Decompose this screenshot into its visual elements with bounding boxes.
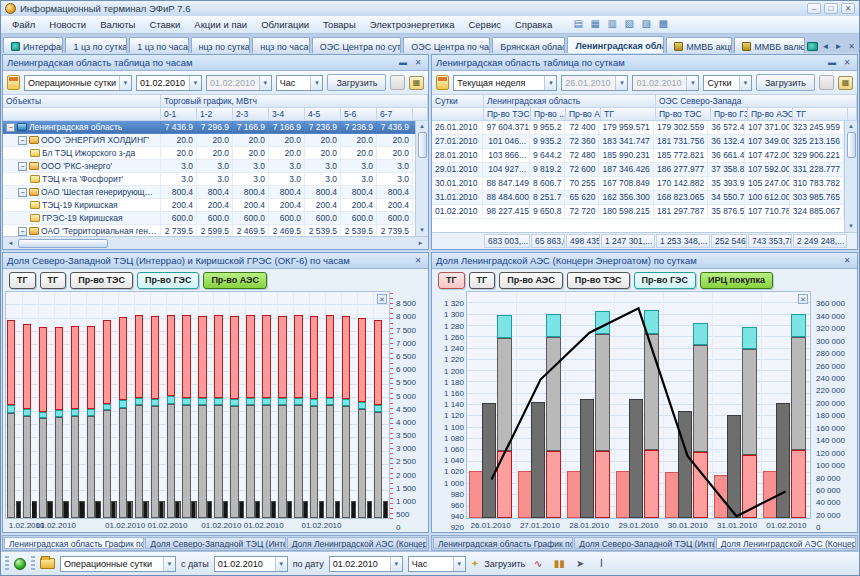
table-row[interactable]: 01.02.201098 227.4159 650.872 720180 598… xyxy=(432,205,844,219)
hour-col-header[interactable]: 6-7 xyxy=(377,108,413,121)
menu-item-Файл[interactable]: Файл xyxy=(5,17,42,32)
legend-button-ТГ[interactable]: ТГ xyxy=(438,272,465,289)
sub-col-header[interactable]: Пр-во ГЭС xyxy=(711,108,748,121)
expander-icon[interactable]: − xyxy=(6,123,15,132)
sub-col-header[interactable]: ТГ xyxy=(601,108,656,121)
bottom-tab[interactable]: Доля Ленинградской АЭС (Концерн ... xyxy=(287,537,427,549)
menu-item-Акции и паи[interactable]: Акции и паи xyxy=(187,17,254,32)
tab-1 цз по суткам[interactable]: 1 цз по суткам xyxy=(65,37,127,53)
table-row[interactable]: −Ленинградская область7 436.97 296.97 16… xyxy=(3,121,415,134)
table-row[interactable]: 26.01.201097 604.3719 955.272 400179 959… xyxy=(432,121,844,135)
hours-vscrollbar[interactable]: ▲▼ xyxy=(415,121,428,236)
expander-icon[interactable]: − xyxy=(18,227,27,236)
bottom-date-to[interactable]: 01.02.2010▼ xyxy=(329,556,403,572)
bottom-tab[interactable]: Ленинградская область График по ... xyxy=(433,537,573,549)
table-row[interactable]: −ООО 'ЭНЕРГИЯ ХОЛДИНГ'20.020.020.020.020… xyxy=(3,134,415,147)
text-cursor-icon[interactable]: I xyxy=(593,557,609,571)
cursor-icon[interactable]: ➤ xyxy=(572,557,588,571)
days-granularity-select[interactable]: Сутки▼ xyxy=(703,75,751,91)
tab-Интерфакс[interactable]: Интерфакс xyxy=(3,37,63,53)
hour-col-header[interactable]: 3-4 xyxy=(269,108,305,121)
hour-col-header[interactable]: 0-1 xyxy=(161,108,197,121)
table-row[interactable]: 27.01.2010101 046...9 935.272 360183 341… xyxy=(432,135,844,149)
expander-icon[interactable]: − xyxy=(18,136,27,145)
legend-button-ТГ[interactable]: ТГ xyxy=(40,272,67,289)
grid-icon[interactable]: ▦ xyxy=(588,18,602,31)
menu-item-Справка[interactable]: Справка xyxy=(508,17,559,32)
panel-close-icon[interactable]: ✕ xyxy=(841,256,853,265)
bottom-tab[interactable]: Доля Ленинградской АЭС (Концерн ... xyxy=(716,537,856,549)
table-row[interactable]: −ОАО 'Шестая генерирующая компан...800.4… xyxy=(3,186,415,199)
sub-col-header[interactable]: Пр-во ТЭС xyxy=(656,108,711,121)
group1-header[interactable]: Ленинградская область xyxy=(484,95,656,108)
table-row[interactable]: ТЭЦ-19 Киришская200.4200.4200.4200.4200.… xyxy=(3,199,415,212)
group2-header[interactable]: ОЭС Северо-Запада xyxy=(656,95,857,108)
table-row[interactable]: 31.01.201088 484.6008 251.765 620162 356… xyxy=(432,191,844,205)
table-row[interactable]: 30.01.201088 847.1498 606.770 255167 708… xyxy=(432,177,844,191)
print-icon[interactable]: ▥ xyxy=(605,18,619,31)
legend-button-Пр-во ГЭС[interactable]: Пр-во ГЭС xyxy=(634,272,696,289)
col-objects-header[interactable]: Объекты xyxy=(3,95,161,108)
legend-button-Пр-во ТЭС[interactable]: Пр-во ТЭС xyxy=(70,272,133,289)
menu-item-Валюты[interactable]: Валюты xyxy=(93,17,142,32)
hours-load-button[interactable]: Загрузить xyxy=(327,74,386,91)
expander-icon[interactable]: − xyxy=(18,162,27,171)
tab-ОЭС Центра по суткам[interactable]: ОЭС Центра по суткам xyxy=(312,37,402,53)
bottom-tab[interactable]: Ленинградская область График по ... xyxy=(4,537,144,549)
hours-period-select[interactable]: Операционные сутки▼ xyxy=(24,75,132,91)
folder-icon[interactable]: ▧ xyxy=(622,18,636,31)
hour-col-header[interactable]: 4-5 xyxy=(305,108,341,121)
bottom-date-from[interactable]: 01.02.2010▼ xyxy=(214,556,288,572)
panel-minimize-icon[interactable]: ▬ xyxy=(397,58,409,67)
col-date-header[interactable]: Сутки xyxy=(432,95,484,108)
tab-нцз по суткам[interactable]: нцз по суткам xyxy=(191,37,251,53)
tab-ММВБ валюта[interactable]: ММВБ валюта xyxy=(734,37,805,53)
new-doc-icon[interactable]: ▤ xyxy=(571,18,585,31)
sub-col-header[interactable]: Пр-во АЭС xyxy=(748,108,793,121)
expander-icon[interactable]: − xyxy=(18,188,27,197)
hour-col-header[interactable]: 2-3 xyxy=(233,108,269,121)
pin-icon[interactable]: ▦ xyxy=(838,76,853,90)
legend-button-Пр-во АЭС[interactable]: Пр-во АЭС xyxy=(203,272,267,289)
menu-item-Ставки[interactable]: Ставки xyxy=(142,17,187,32)
legend-button-ТГ[interactable]: ТГ xyxy=(469,272,496,289)
panel-minimize-icon[interactable]: ▬ xyxy=(826,58,838,67)
hour-col-header[interactable]: 5-6 xyxy=(341,108,377,121)
tab-Ленинградская область[interactable]: Ленинградская область xyxy=(567,36,664,53)
menu-item-Новости[interactable]: Новости xyxy=(42,17,93,32)
panel-close-icon[interactable]: ✕ xyxy=(412,256,424,265)
tab-Брянская область[interactable]: Брянская область xyxy=(492,37,565,53)
folder-icon[interactable] xyxy=(40,558,55,569)
tab-1 цз по часам[interactable]: 1 цз по часам xyxy=(129,37,188,53)
sub-col-header[interactable]: Пр-во АЭС xyxy=(566,108,601,121)
menu-item-Сервис[interactable]: Сервис xyxy=(461,17,508,32)
legend-button-Пр-во АЭС[interactable]: Пр-во АЭС xyxy=(499,272,563,289)
open-icon[interactable]: ▨ xyxy=(639,18,653,31)
hours-hscrollbar[interactable]: ◄► xyxy=(3,236,428,249)
tab-scroll-left[interactable]: ◄ xyxy=(820,42,831,51)
sub-col-header[interactable]: ТГ xyxy=(793,108,848,121)
menu-item-Электроэнергетика[interactable]: Электроэнергетика xyxy=(363,17,462,32)
days-vscrollbar[interactable]: ▲▼ xyxy=(844,121,857,232)
tab-ОЭС Центра по часам[interactable]: ОЭС Центра по часам xyxy=(403,37,490,53)
table-row[interactable]: Бл ТЭЦ Ижорского з-да20.020.020.020.020.… xyxy=(3,147,415,160)
copy-icon[interactable]: ▩ xyxy=(656,18,670,31)
table-row[interactable]: −ООО 'РКС-энерго'3.03.03.03.03.03.03.0 xyxy=(3,160,415,173)
maximize-button[interactable]: □ xyxy=(824,3,838,14)
table-row[interactable]: ГРЭС-19 Киришская600.0600.0600.0600.0600… xyxy=(3,212,415,225)
close-button[interactable]: ✕ xyxy=(841,3,855,14)
sub-col-header[interactable]: Пр-во ... xyxy=(531,108,566,121)
table-row[interactable]: ТЭЦ к-та 'Фосфорит'3.03.03.03.03.03.03.0 xyxy=(3,173,415,186)
bottom-granularity-select[interactable]: Час▼ xyxy=(408,556,466,572)
bottom-tab[interactable]: Доля Северо-Западной ТЭЦ (Интер... xyxy=(574,537,714,549)
table-row[interactable]: 28.01.2010103 866...9 644.272 480185 990… xyxy=(432,149,844,163)
menu-item-Облигации[interactable]: Облигации xyxy=(254,17,316,32)
pin-icon[interactable]: ▦ xyxy=(409,76,424,90)
bottom-load-button[interactable]: Загрузить xyxy=(484,559,525,569)
panel-close-icon[interactable]: ✕ xyxy=(412,58,424,67)
line-chart-icon[interactable]: ∿ xyxy=(530,557,546,571)
drag-handle[interactable] xyxy=(31,556,35,572)
hour-col-header[interactable]: 1-2 xyxy=(197,108,233,121)
col-group-header[interactable]: Торговый график, МВтч xyxy=(161,95,428,108)
mini-tab-icon[interactable] xyxy=(807,42,818,51)
